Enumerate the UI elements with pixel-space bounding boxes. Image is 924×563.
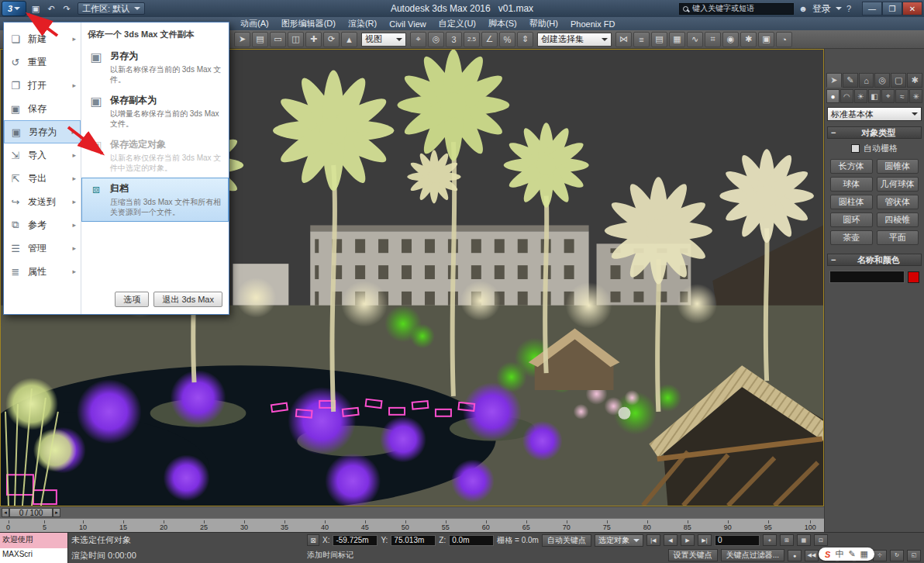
listener-output[interactable]: 欢迎使用 (0, 533, 67, 548)
helpers-category-icon[interactable]: ⌖ (881, 89, 895, 103)
app-menu-send-to[interactable]: ↪ 发送到▸ (4, 190, 81, 213)
torus-button[interactable]: 圆环 (830, 212, 873, 227)
track-bar[interactable]: 0 5 10 15 20 25 30 35 40 45 50 55 60 65 … (0, 518, 824, 532)
snap-3d-icon[interactable]: 3 (446, 32, 462, 47)
search-input[interactable]: 键入关键字或短语 (679, 3, 794, 15)
ime-keyboard-icon[interactable]: ▦ (860, 549, 868, 559)
maximize-button[interactable]: ❐ (882, 2, 902, 16)
listener-input[interactable]: MAXScri (0, 548, 67, 563)
layer-manager-icon[interactable]: ▤ (651, 32, 667, 47)
z-coordinate-field[interactable]: 0.0m (449, 535, 494, 546)
play-icon[interactable]: ▶ (681, 534, 695, 546)
key-mode-icon[interactable]: ● (788, 550, 802, 561)
shapes-category-icon[interactable]: ◠ (840, 89, 853, 103)
rect-region-icon[interactable]: ▭ (270, 32, 286, 47)
ref-coord-icon[interactable]: ⌖ (410, 32, 426, 47)
app-menu-new[interactable]: ❏ 新建▸ (4, 27, 81, 50)
sphere-button[interactable]: 球体 (830, 177, 873, 192)
hierarchy-tab-icon[interactable]: ⌂ (859, 73, 874, 88)
render-setup-icon[interactable]: ✱ (740, 32, 757, 47)
geometry-category-icon[interactable]: ● (826, 89, 840, 103)
time-slider-handle[interactable]: 0 / 100 (9, 508, 53, 517)
schematic-view-icon[interactable]: ⌗ (705, 32, 721, 47)
prev-frame-button[interactable]: ◂ (2, 508, 9, 517)
menu-graph-editors[interactable]: 图形编辑器(D) (275, 17, 342, 30)
mirror-icon[interactable]: ⋈ (615, 32, 632, 47)
tube-button[interactable]: 管状体 (877, 195, 919, 209)
save-icon[interactable]: ▣ (28, 2, 43, 16)
orbit-icon[interactable]: ↻ (890, 550, 904, 561)
auto-key-button[interactable]: 自动关键点 (542, 534, 591, 547)
create-tab-icon[interactable]: ➤ (826, 73, 842, 88)
menu-animation[interactable]: 动画(A) (234, 17, 275, 30)
utilities-tab-icon[interactable]: ✱ (907, 73, 922, 88)
selected-objects-dropdown[interactable]: 选定对象 (595, 534, 643, 547)
key-filters-button[interactable]: 关键点过滤器... (721, 549, 784, 561)
crossing-region-icon[interactable]: ◫ (288, 32, 304, 47)
signin-button[interactable]: 登录 (812, 2, 831, 16)
geometry-subtype-dropdown[interactable]: 标准基本体 (827, 107, 922, 121)
select-by-name-icon[interactable]: ▤ (252, 32, 268, 47)
app-menu-save-as[interactable]: ▣ 另存为▸ (4, 120, 81, 143)
ribbon-toggle-icon[interactable]: ▦ (669, 32, 685, 47)
object-color-swatch[interactable] (908, 271, 919, 283)
maximize-viewport-icon[interactable]: ⊡ (814, 534, 828, 546)
pan-icon[interactable]: ⊞ (780, 534, 794, 546)
align-icon[interactable]: ≡ (633, 32, 650, 47)
app-menu-export[interactable]: ⇱ 导出▸ (4, 167, 81, 190)
autogrid-checkbox[interactable] (851, 144, 860, 153)
minimize-button[interactable]: — (862, 2, 882, 16)
cone-button[interactable]: 圆锥体 (877, 159, 919, 174)
rendered-frame-icon[interactable]: ▣ (758, 32, 774, 47)
named-selection-set-dropdown[interactable]: 创建选择集 (537, 33, 612, 47)
save-as-option[interactable]: ▣ 另存为以新名称保存当前的 3ds Max 文件。 (81, 45, 229, 89)
menu-customize[interactable]: 自定义(U) (433, 17, 482, 30)
name-color-rollout-header[interactable]: − 名称和颜色 (827, 254, 922, 266)
cameras-category-icon[interactable]: ◧ (868, 89, 881, 103)
plane-button[interactable]: 平面 (877, 230, 919, 245)
ime-mode[interactable]: 中 (835, 548, 843, 560)
move-icon[interactable]: ✚ (305, 32, 322, 47)
cylinder-button[interactable]: 圆柱体 (830, 195, 873, 209)
zoom-extents-icon[interactable]: ▦ (797, 534, 811, 546)
select-object-icon[interactable]: ➤ (234, 32, 250, 47)
app-menu-properties[interactable]: ≣ 属性▸ (4, 260, 81, 283)
chevron-down-icon[interactable] (836, 7, 842, 10)
zoom-region-icon[interactable]: ⊹ (873, 550, 887, 561)
set-key-button[interactable]: 设置关键点 (668, 549, 718, 561)
exit-button[interactable]: 退出 3ds Max (153, 292, 222, 307)
systems-category-icon[interactable]: ✳ (909, 89, 922, 103)
app-menu-references[interactable]: ⧉ 参考▸ (4, 213, 81, 237)
save-copy-as-option[interactable]: ▣ 保存副本为以增量名称保存当前的 3ds Max 文件。 (81, 89, 229, 133)
spinner-snap-icon[interactable]: ⇕ (517, 32, 533, 47)
current-frame-field[interactable]: 0 (715, 535, 760, 546)
undo-icon[interactable]: ↶ (43, 2, 59, 16)
close-button[interactable]: ✕ (902, 2, 922, 16)
add-time-tag[interactable]: 添加时间标记 (307, 550, 353, 561)
app-menu-manage[interactable]: ☰ 管理▸ (4, 237, 81, 260)
rotate-icon[interactable]: ⟳ (323, 32, 340, 47)
menu-phoenix-fd[interactable]: Phoenix FD (564, 17, 621, 30)
percent-snap-icon[interactable]: % (499, 32, 515, 47)
ime-pen-icon[interactable]: ✎ (848, 549, 855, 559)
options-button[interactable]: 选项 (115, 292, 149, 307)
teapot-button[interactable]: 茶壶 (830, 230, 873, 245)
app-menu-reset[interactable]: ↺ 重置 (4, 50, 81, 74)
workspace-dropdown[interactable]: 工作区: 默认 (78, 2, 145, 15)
modify-tab-icon[interactable]: ✎ (843, 73, 858, 88)
menu-civil-view[interactable]: Civil View (383, 17, 432, 30)
ime-toolbar[interactable]: S 中 ✎ ▦ (819, 547, 874, 561)
go-start-icon[interactable]: |◀ (646, 534, 660, 546)
time-slider[interactable]: ◂ 0 / 100 ▸ (0, 506, 824, 518)
object-type-rollout-header[interactable]: − 对象类型 (827, 126, 922, 139)
lights-category-icon[interactable]: ☀ (854, 89, 867, 103)
material-editor-icon[interactable]: ◉ (722, 32, 739, 47)
app-menu-open[interactable]: ❐ 打开▸ (4, 74, 81, 97)
menu-help[interactable]: 帮助(H) (523, 17, 564, 30)
app-menu-import[interactable]: ⇲ 导入▸ (4, 143, 81, 167)
scale-icon[interactable]: ▲ (341, 32, 357, 47)
spacewarps-category-icon[interactable]: ≈ (895, 89, 908, 103)
reference-coordsys-dropdown[interactable]: 视图 (361, 33, 406, 47)
geosphere-button[interactable]: 几何球体 (877, 177, 919, 192)
pyramid-button[interactable]: 四棱锥 (877, 212, 919, 227)
